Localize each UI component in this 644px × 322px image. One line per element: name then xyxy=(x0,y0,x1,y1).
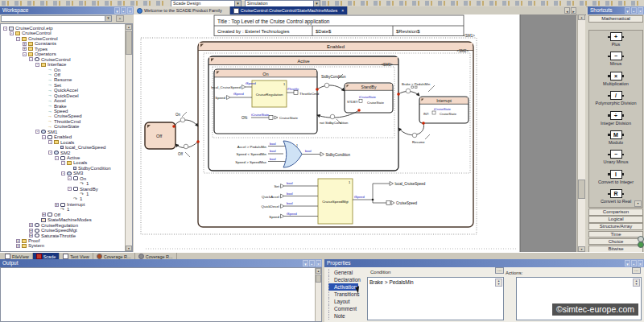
tree-item[interactable]: + System xyxy=(2,243,124,248)
spinner-icons[interactable]: ▴▾ xyxy=(495,279,502,287)
transition-brake-label[interactable]: Brake > PedalsMin xyxy=(402,82,431,86)
output-cruisestate[interactable]: CruiseState xyxy=(279,116,298,120)
wire-type[interactable]: bool xyxy=(287,192,293,196)
tree-expand-toggle[interactable]: - xyxy=(23,52,27,56)
category-button[interactable]: Comparison xyxy=(588,208,643,216)
tree-expand-toggle[interactable]: + xyxy=(23,42,27,46)
output-cruisestate[interactable]: CruiseState xyxy=(367,101,385,105)
shortcut-item[interactable]: / Polymorphic Division xyxy=(589,89,642,109)
tree-expand-toggle[interactable]: + xyxy=(29,233,33,237)
transition-resume-label[interactable]: Resume xyxy=(412,140,425,144)
shortcut-item[interactable]: × Multiplication xyxy=(589,70,642,89)
tree-expand-toggle[interactable]: + xyxy=(23,47,27,51)
properties-nav-item[interactable]: Comment xyxy=(328,305,364,312)
properties-panel-header[interactable]: Properties ▾ ▪ × xyxy=(324,259,644,267)
gate-input-2[interactable]: Speed < SpeedMin xyxy=(237,152,267,156)
workspace-filter-combo[interactable]: ▾ xyxy=(1,15,112,22)
panel-close-icon[interactable]: × xyxy=(638,260,643,266)
transition-not-stdby-label[interactable]: not StdbyCondition xyxy=(320,121,349,125)
output-throttlecmd[interactable]: ThrottleCmd xyxy=(299,92,320,96)
tree-expand-toggle[interactable]: - xyxy=(3,27,7,31)
shortcut-item[interactable]: ÷ Integer Division xyxy=(589,109,642,129)
tree-scrollbar[interactable]: ▴ ▾ xyxy=(125,24,132,251)
tree-expand-toggle[interactable]: + xyxy=(16,239,20,243)
actions-more-button[interactable]: ... xyxy=(632,267,641,274)
chevron-down-icon[interactable]: ▾ xyxy=(105,16,111,21)
wire-type[interactable]: bool xyxy=(270,149,276,153)
editor-tab[interactable]: Welcome to the SCADE Product Family xyxy=(134,6,230,14)
input-local-cruisespeed[interactable]: local_CruiseSpeed xyxy=(211,85,241,89)
tree-expand-toggle[interactable]: - xyxy=(68,187,72,191)
tree-expand-toggle[interactable]: - xyxy=(16,37,20,41)
tree-expand-toggle[interactable]: - xyxy=(35,130,39,134)
panel-pin-icon[interactable]: ▪ xyxy=(309,260,315,266)
output-content[interactable]: ▴ xyxy=(0,267,322,322)
state-off[interactable]: Off xyxy=(145,122,175,149)
tab-scroll-left-icon[interactable]: ◂ xyxy=(564,7,570,14)
panel-close-icon[interactable]: × xyxy=(127,7,133,14)
shortcuts-panel-header[interactable]: Shortcuts ▾ ▪ × xyxy=(588,6,644,14)
input-speed[interactable]: Speed xyxy=(215,96,225,100)
properties-nav-item[interactable]: Layout xyxy=(328,298,364,305)
shortcut-item[interactable]: − Minus xyxy=(589,50,642,69)
category-button[interactable]: Structure/Array xyxy=(588,223,643,230)
chevron-down-icon[interactable]: ▾ xyxy=(234,1,241,6)
gate-input-3[interactable]: Speed > SpeedMax xyxy=(235,160,266,164)
output-local-cruisespeed[interactable]: local_CruiseSpeed xyxy=(395,182,426,186)
properties-nav-item[interactable]: Note xyxy=(328,312,364,320)
condition-more-button[interactable]: ... xyxy=(495,267,504,274)
wire-type[interactable]: bool xyxy=(270,142,276,146)
output-scrollbar[interactable]: ▴ xyxy=(315,268,321,321)
tree-expand-toggle[interactable]: + xyxy=(16,244,20,248)
scroll-down-icon[interactable]: ▾ xyxy=(126,246,132,251)
transition-stdby-label[interactable]: StdbyCondition xyxy=(321,75,346,79)
tree-expand-toggle[interactable]: + xyxy=(55,203,59,207)
tree-expand-toggle[interactable]: - xyxy=(29,57,33,61)
toolbar-icon-fragments-left[interactable] xyxy=(2,1,167,6)
state-action-label[interactable]: INT: xyxy=(423,112,429,116)
input-quickdecel[interactable]: QuickDecel xyxy=(262,204,279,208)
workspace-panel-header[interactable]: Workspace ▾ ▪ × xyxy=(0,6,134,14)
tab-close-icon[interactable]: × xyxy=(341,8,344,13)
wire-type[interactable]: bool xyxy=(270,157,276,161)
wire-type[interactable]: tSpeed xyxy=(246,81,256,85)
stdbycondition-output[interactable]: StdbyCondition xyxy=(326,153,351,157)
tree-expand-toggle[interactable]: - xyxy=(68,176,72,180)
tree-expand-toggle[interactable]: - xyxy=(42,135,46,139)
overlay-green-icon[interactable] xyxy=(638,242,644,248)
tree-expand-toggle[interactable]: - xyxy=(61,171,65,175)
tree-expand-toggle[interactable]: + xyxy=(42,213,46,217)
transition-on-label[interactable]: On xyxy=(175,113,181,117)
scroll-up-icon[interactable]: ▴ xyxy=(578,14,585,20)
filter-clear-button[interactable]: × xyxy=(116,15,124,22)
scrollbar-thumb[interactable] xyxy=(126,31,132,55)
scroll-up-icon[interactable]: ▴ xyxy=(316,268,321,274)
scroll-up-icon[interactable]: ▴ xyxy=(126,24,132,30)
shortcut-item[interactable]: − Unary Minus xyxy=(589,148,642,167)
state-action-label[interactable]: STDBY: xyxy=(347,100,358,104)
chevron-down-icon[interactable]: ▾ xyxy=(313,1,320,6)
shortcut-item[interactable]: M Modulo xyxy=(589,129,642,148)
output-panel-header[interactable]: Output ▾ ▪ × xyxy=(0,259,322,267)
transition-off-label[interactable]: Off xyxy=(178,152,184,156)
properties-nav-item[interactable]: General xyxy=(328,269,364,276)
panel-pin-icon[interactable]: ▪ xyxy=(121,7,126,14)
gate-input-1[interactable]: Accel > PedalsMin xyxy=(237,145,267,149)
panel-menu-icon[interactable]: ▾ xyxy=(303,260,308,266)
panel-menu-icon[interactable]: ▾ xyxy=(625,260,630,266)
category-button[interactable]: Choice xyxy=(588,238,643,246)
wire-type[interactable]: tCruiseState xyxy=(434,108,451,111)
panel-pin-icon[interactable]: ▪ xyxy=(631,7,637,14)
tree-expand-toggle[interactable]: + xyxy=(29,223,33,227)
toolbar-icon-fragments-right[interactable] xyxy=(322,1,641,6)
tab-scroll-right-icon[interactable]: ▸ xyxy=(571,7,576,14)
spin-down-icon[interactable]: ▾ xyxy=(497,283,499,286)
category-button[interactable]: Time xyxy=(588,231,643,238)
panel-pin-icon[interactable]: ▪ xyxy=(631,260,637,266)
input-set[interactable]: Set xyxy=(274,184,279,188)
panel-menu-icon[interactable]: ▾ xyxy=(625,7,630,14)
panel-menu-icon[interactable]: ▾ xyxy=(114,7,120,14)
tree-expand-toggle[interactable]: + xyxy=(29,229,33,233)
state-interrupt[interactable]: Interrupt INT: tCruiseState CruiseState xyxy=(419,97,469,123)
editor-tab[interactable]: CruiseControl:CruiseControl/StateMachine… xyxy=(230,6,348,14)
